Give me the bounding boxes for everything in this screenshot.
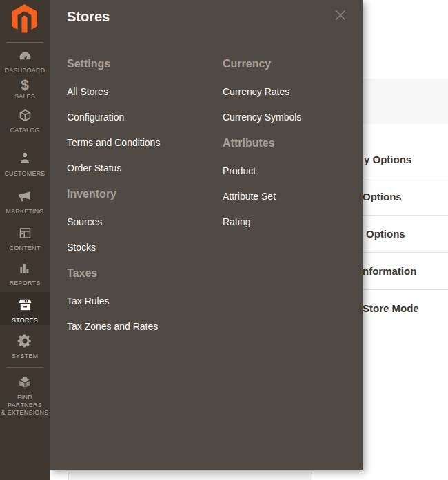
page-toolbar-band xyxy=(363,79,448,124)
extensions-icon xyxy=(17,380,32,392)
sidebar-item-label: & EXTENSIONS xyxy=(0,409,50,417)
menu-item-order-status[interactable]: Order Status xyxy=(67,163,213,173)
sidebar-item-label: CATALOG xyxy=(0,127,50,134)
menu-column-right: Currency Currency Rates Currency Symbols… xyxy=(223,59,369,242)
reports-icon xyxy=(18,266,32,278)
sidebar-item-label: DASHBOARD xyxy=(0,67,50,74)
menu-section-settings: Settings All Stores Configuration Terms … xyxy=(67,59,213,173)
sidebar-item-reports[interactable]: REPORTS xyxy=(0,262,50,287)
page-section-label: Options xyxy=(366,228,405,240)
page-section-label: Store Mode xyxy=(363,302,419,314)
sidebar-item-sales[interactable]: $ SALES xyxy=(0,77,50,101)
menu-section-currency: Currency Currency Rates Currency Symbols xyxy=(223,59,369,122)
menu-item-product[interactable]: Product xyxy=(223,166,369,176)
sidebar-item-label: SYSTEM xyxy=(0,353,50,360)
close-icon[interactable] xyxy=(335,10,346,21)
menu-column-left: Settings All Stores Configuration Terms … xyxy=(67,59,213,347)
sidebar-item-system[interactable]: SYSTEM xyxy=(0,333,50,360)
sidebar-item-label: CUSTOMERS xyxy=(0,170,50,178)
section-header: Inventory xyxy=(67,189,213,200)
menu-item-tax-zones-and-rates[interactable]: Tax Zones and Rates xyxy=(67,322,213,331)
sidebar-item-label: REPORTS xyxy=(0,280,50,287)
page-section-list: y Options Options Options nformation Sto… xyxy=(363,141,448,326)
sidebar-item-dashboard[interactable]: DASHBOARD xyxy=(0,49,50,74)
system-icon xyxy=(17,339,32,351)
page-section-row[interactable]: nformation xyxy=(363,253,448,290)
menu-item-configuration[interactable]: Configuration xyxy=(67,112,213,122)
sidebar-divider xyxy=(6,367,43,368)
stores-icon xyxy=(17,303,33,315)
menu-section-attributes: Attributes Product Attribute Set Rating xyxy=(223,138,369,227)
page-content-box xyxy=(68,472,312,480)
sidebar-item-find-partners[interactable]: FIND PARTNERS & EXTENSIONS xyxy=(0,375,50,417)
sidebar-item-label: CONTENT xyxy=(0,244,50,252)
sidebar-item-label: SALES xyxy=(0,93,50,101)
menu-item-currency-symbols[interactable]: Currency Symbols xyxy=(223,112,369,122)
sidebar-divider xyxy=(6,42,43,43)
sales-icon: $ xyxy=(0,77,50,92)
page-section-label: y Options xyxy=(364,154,411,165)
dashboard-icon xyxy=(17,53,33,65)
section-header: Taxes xyxy=(67,268,213,279)
menu-item-terms-and-conditions[interactable]: Terms and Conditions xyxy=(67,138,213,147)
menu-item-currency-rates[interactable]: Currency Rates xyxy=(223,87,369,96)
catalog-icon xyxy=(18,113,32,125)
page-section-row[interactable]: Options xyxy=(363,178,448,216)
sidebar-item-stores[interactable]: STORES xyxy=(0,292,50,325)
admin-sidebar: DASHBOARD $ SALES CATALOG CUSTOMERS xyxy=(0,0,50,480)
page-section-row[interactable]: Store Mode xyxy=(363,290,448,326)
menu-title: Stores xyxy=(67,9,110,25)
sidebar-item-label: FIND PARTNERS xyxy=(0,394,50,409)
magento-logo-icon[interactable] xyxy=(12,4,37,36)
page-section-row[interactable]: Options xyxy=(363,216,448,253)
sidebar-item-customers[interactable]: CUSTOMERS xyxy=(0,151,50,178)
menu-item-rating[interactable]: Rating xyxy=(223,217,369,227)
page-section-label: nformation xyxy=(363,265,416,277)
section-header: Currency xyxy=(223,59,369,70)
menu-item-tax-rules[interactable]: Tax Rules xyxy=(67,296,213,306)
customers-icon xyxy=(18,156,32,168)
menu-item-all-stores[interactable]: All Stores xyxy=(67,87,213,96)
sidebar-item-marketing[interactable]: MARKETING xyxy=(0,189,50,216)
sidebar-item-content[interactable]: CONTENT xyxy=(0,226,50,252)
sidebar-item-label: STORES xyxy=(0,317,50,324)
sidebar-item-label: MARKETING xyxy=(0,208,50,216)
magento-admin-screen: y Options Options Options nformation Sto… xyxy=(0,0,448,480)
menu-item-stocks[interactable]: Stocks xyxy=(67,242,213,252)
menu-item-attribute-set[interactable]: Attribute Set xyxy=(223,191,369,201)
marketing-icon xyxy=(17,194,32,206)
sidebar-item-catalog[interactable]: CATALOG xyxy=(0,108,50,134)
stores-flyout-menu: Stores Settings All Stores Configuration… xyxy=(50,0,363,470)
content-icon xyxy=(18,231,32,242)
section-header: Settings xyxy=(67,59,213,70)
menu-item-sources[interactable]: Sources xyxy=(67,217,213,227)
menu-section-inventory: Inventory Sources Stocks xyxy=(67,189,213,252)
section-header: Attributes xyxy=(223,138,369,149)
page-section-row[interactable]: y Options xyxy=(363,141,448,178)
menu-section-taxes: Taxes Tax Rules Tax Zones and Rates xyxy=(67,268,213,331)
